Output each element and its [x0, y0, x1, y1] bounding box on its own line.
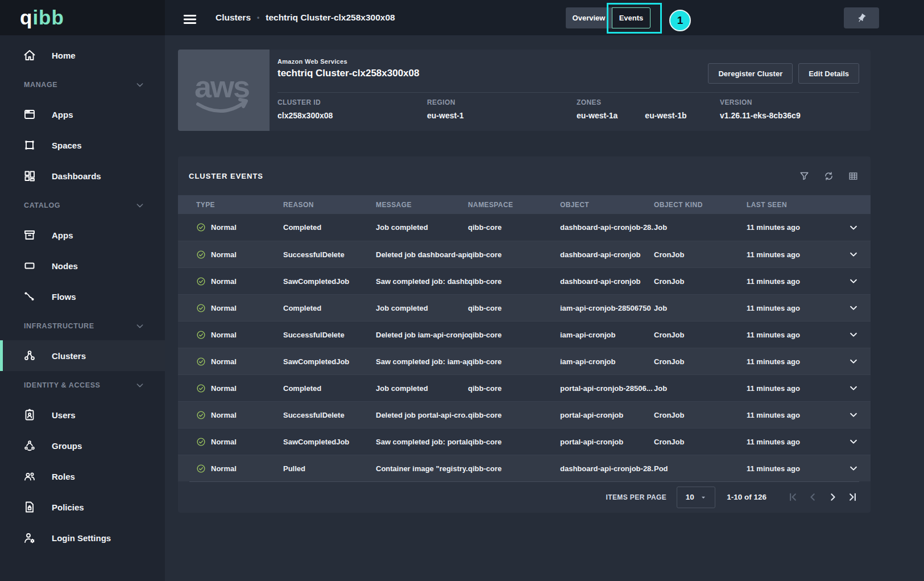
sidebar-item-apps-catalog[interactable]: Apps	[0, 220, 165, 250]
field-region: REGION eu-west-1	[427, 98, 577, 120]
field-cluster-id: CLUSTER ID clx258x300x08	[277, 98, 427, 120]
event-namespace: qibb-core	[468, 277, 560, 286]
sidebar-item-dashboards[interactable]: Dashboards	[0, 160, 165, 191]
table-row[interactable]: Normal SawCompletedJob Saw completed job…	[178, 348, 871, 374]
table-row[interactable]: Normal Completed Job completed qibb-core…	[178, 374, 871, 401]
refresh-icon[interactable]	[823, 171, 834, 182]
sidebar-item-label: Nodes	[52, 261, 78, 271]
table-row[interactable]: Normal Pulled Container image "registry.…	[178, 455, 871, 481]
sidebar-item-apps-manage[interactable]: Apps	[0, 99, 165, 130]
event-reason: SawCompletedJob	[283, 357, 376, 366]
sidebar-nav: Home MANAGE Apps Spaces Dashboards CATAL…	[0, 35, 165, 553]
zone-value: eu-west-1a	[577, 111, 618, 120]
main-content: aws Amazon Web Services techtriq Cluster…	[165, 35, 924, 581]
tab-overview[interactable]: Overview	[566, 7, 612, 28]
chevron-down-icon[interactable]	[848, 463, 859, 473]
event-reason: SuccessfulDelete	[283, 411, 376, 419]
table-row[interactable]: Normal SuccessfulDelete Deleted job iam-…	[178, 321, 871, 348]
event-last-seen: 11 minutes ago	[747, 277, 842, 286]
event-type: Normal	[211, 384, 237, 393]
sidebar-item-groups[interactable]: Groups	[0, 430, 165, 461]
event-object-kind: Pod	[654, 464, 747, 473]
logo-prefix: q	[20, 6, 32, 28]
sidebar-item-label: Apps	[52, 230, 73, 240]
previous-page-icon[interactable]	[807, 491, 819, 503]
qibb-logo[interactable]: qibb	[20, 6, 64, 29]
section-label: INFRASTRUCTURE	[24, 322, 94, 330]
last-page-icon[interactable]	[847, 491, 859, 503]
sidebar-item-nodes[interactable]: Nodes	[0, 250, 165, 281]
column-header-message: MESSAGE	[376, 201, 468, 209]
table-row[interactable]: Normal Completed Job completed qibb-core…	[178, 294, 871, 321]
sidebar-item-roles[interactable]: Roles	[0, 461, 165, 492]
sidebar-item-login-settings[interactable]: Login Settings	[0, 522, 165, 553]
sidebar-item-spaces[interactable]: Spaces	[0, 130, 165, 160]
chevron-down-icon[interactable]	[848, 276, 859, 286]
event-object-kind: CronJob	[654, 438, 747, 446]
sidebar-item-label: Users	[52, 410, 76, 420]
chevron-down-icon[interactable]	[848, 356, 859, 366]
chevron-down-icon[interactable]	[848, 249, 859, 259]
deregister-cluster-button[interactable]: Deregister Cluster	[708, 63, 793, 84]
table-row[interactable]: Normal SuccessfulDelete Deleted job dash…	[178, 241, 871, 267]
event-type: Normal	[211, 438, 237, 446]
cluster-actions: Deregister Cluster Edit Details	[708, 63, 859, 84]
filter-icon[interactable]	[799, 171, 810, 182]
table-row[interactable]: Normal SuccessfulDelete Deleted job port…	[178, 401, 871, 428]
event-object-kind: CronJob	[654, 250, 747, 259]
event-object-kind: CronJob	[654, 357, 747, 366]
sidebar-section-infrastructure[interactable]: INFRASTRUCTURE	[0, 312, 165, 340]
column-header-object-kind: OBJECT KIND	[654, 201, 747, 209]
chevron-down-icon[interactable]	[848, 383, 859, 393]
table-row[interactable]: Normal SawCompletedJob Saw completed job…	[178, 267, 871, 294]
table-row[interactable]: Normal SawCompletedJob Saw completed job…	[178, 428, 871, 455]
event-type: Normal	[211, 277, 237, 286]
table-row[interactable]: Normal Completed Job completed qibb-core…	[178, 214, 871, 241]
breadcrumb-separator: •	[257, 14, 259, 22]
tab-events[interactable]: Events	[612, 7, 650, 28]
event-type: Normal	[211, 411, 237, 419]
event-namespace: qibb-core	[468, 331, 560, 339]
section-label: IDENTITY & ACCESS	[24, 381, 101, 389]
sidebar-section-manage[interactable]: MANAGE	[0, 71, 165, 99]
menu-icon[interactable]	[183, 12, 197, 23]
event-object: dashboard-api-cronjob	[560, 277, 654, 286]
logo-rest: ibb	[32, 6, 64, 28]
sidebar-section-catalog[interactable]: CATALOG	[0, 191, 165, 220]
sidebar: qibb Home MANAGE Apps Spaces Dashboards …	[0, 0, 165, 581]
field-value: eu-west-1	[427, 111, 577, 120]
sidebar-item-clusters[interactable]: Clusters	[0, 340, 165, 371]
sidebar-item-policies[interactable]: Policies	[0, 492, 165, 522]
event-message: Job completed	[376, 304, 468, 312]
chevron-down-icon[interactable]	[848, 222, 859, 233]
event-object-kind: CronJob	[654, 277, 747, 286]
event-object: dashboard-api-cronjob-28...	[560, 223, 654, 232]
items-per-page-value: 10	[686, 493, 694, 501]
event-reason: Completed	[283, 304, 376, 312]
breadcrumb-section[interactable]: Clusters	[216, 13, 251, 23]
first-page-icon[interactable]	[787, 491, 799, 503]
event-namespace: qibb-core	[468, 357, 560, 366]
items-per-page-select[interactable]: 10	[677, 487, 715, 508]
event-message: Saw completed job: portal-...	[376, 438, 468, 446]
sidebar-section-identity-access[interactable]: IDENTITY & ACCESS	[0, 371, 165, 399]
table-view-icon[interactable]	[848, 171, 859, 182]
chevron-down-icon[interactable]	[848, 329, 859, 340]
next-page-icon[interactable]	[827, 491, 839, 503]
sidebar-item-label: Dashboards	[52, 171, 101, 181]
check-circle-icon	[196, 410, 206, 420]
edit-details-button[interactable]: Edit Details	[798, 63, 859, 84]
chevron-down-icon[interactable]	[848, 303, 859, 313]
event-reason: Pulled	[283, 464, 376, 473]
chevron-down-icon[interactable]	[848, 410, 859, 420]
event-object-kind: Job	[654, 223, 747, 232]
sidebar-item-flows[interactable]: Flows	[0, 281, 165, 312]
chevron-down-icon[interactable]	[848, 436, 859, 447]
sidebar-item-users[interactable]: Users	[0, 399, 165, 430]
check-circle-icon	[196, 384, 206, 393]
pagination-footer: ITEMS PER PAGE 10 1-10 of 126	[178, 481, 871, 513]
pin-button[interactable]	[844, 7, 879, 28]
sidebar-item-home[interactable]: Home	[0, 40, 165, 71]
section-label: CATALOG	[24, 201, 60, 209]
spaces-icon	[23, 138, 36, 152]
